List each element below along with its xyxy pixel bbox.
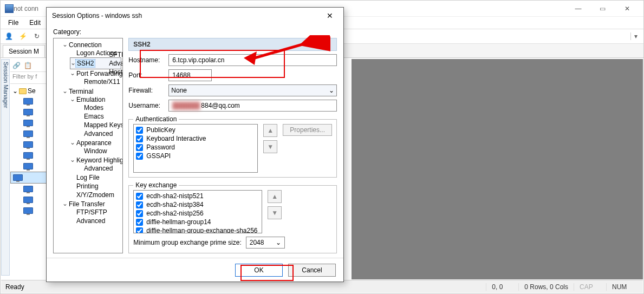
status-ready: Ready [5,283,486,291]
category-tree[interactable]: Connection Logon Actions SSH2 SFTP Sessi… [53,38,123,253]
kex-label: ecdh-sha2-nistp384 [146,201,203,208]
tree-file-transfer[interactable]: File Transfer FTP/SFTP Advanced [62,200,121,226]
list-item[interactable] [10,172,48,184]
move-up-button[interactable]: ▲ [263,124,277,137]
username-suffix: 884@qq.com [201,102,240,109]
dialog-titlebar: Session Options - windows ssh ✕ [47,8,343,24]
tree-modes[interactable]: Modes [77,103,121,112]
profile-icon[interactable]: 👤 [4,31,14,41]
lightning-icon[interactable]: ⚡ [18,31,28,41]
ok-button[interactable]: OK [235,264,283,277]
checkbox[interactable] [136,201,143,208]
kex-item[interactable]: ecdh-sha2-nistp256 [136,209,259,218]
authentication-fieldset: Authentication PublicKey Keyboard Intera… [128,119,337,178]
list-item[interactable] [10,194,48,205]
firewall-label: Firewall: [128,87,165,94]
tree-terminal[interactable]: Terminal Emulation Modes Emacs Mapped Ke… [62,87,121,200]
tree-ssh2[interactable]: SSH2 SFTP Session Advanced Host Key [70,57,121,69]
chevron-down-icon: ⌄ [12,87,18,95]
auth-item[interactable]: PublicKey [136,126,255,134]
kex-list[interactable]: ecdh-sha2-nistp521 ecdh-sha2-nistp384 ec… [133,190,262,233]
checkbox[interactable] [136,193,143,200]
folder-icon [19,88,27,94]
filter-input[interactable]: Filter by f [10,72,48,84]
tree-ft-advanced[interactable]: Advanced [70,217,121,225]
kex-legend: Key exchange [133,181,179,189]
checkbox[interactable] [136,210,143,217]
session-tab[interactable]: Session M [3,45,45,57]
status-num: NUM [606,283,639,291]
move-down-button[interactable]: ▼ [263,140,277,153]
tree-log-file[interactable]: Log File [70,173,121,182]
min-group-select[interactable]: 2048 ⌄ [246,237,285,249]
auth-item[interactable]: Password [136,143,255,152]
move-up-button[interactable]: ▲ [268,190,282,203]
tree-emulation[interactable]: Emulation Modes Emacs Mapped Keys Advanc… [70,95,121,139]
tree-printing[interactable]: Printing [70,182,121,191]
tree-sftp-session[interactable]: SFTP Session [102,50,123,59]
list-item[interactable] [10,150,48,161]
menu-file[interactable]: File [4,18,23,28]
list-item[interactable] [10,107,48,117]
auth-item[interactable]: GSSAPI [136,152,255,160]
menu-edit[interactable]: Edit [25,18,45,28]
tree-connection[interactable]: Connection Logon Actions SSH2 SFTP Sessi… [62,41,121,87]
kex-item[interactable]: diffie-hellman-group14 [136,218,259,226]
tree-xyzmodem[interactable]: X/Y/Zmodem [70,191,121,199]
tree-port-forwarding[interactable]: Port Forwarding Remote/X11 [70,69,121,87]
auth-item[interactable]: Keyboard Interactive [136,134,255,143]
dialog-close-button[interactable]: ✕ [322,11,338,20]
list-item[interactable] [10,161,48,172]
port-row: Port: [128,69,337,81]
kex-label: diffie-hellman-group14 [146,218,211,226]
link-icon[interactable]: 🔗 [12,62,21,69]
tree-emacs[interactable]: Emacs [77,112,121,121]
tree-advanced[interactable]: Advanced [102,59,123,68]
copy-icon[interactable]: 📋 [24,62,32,69]
hostname-input[interactable] [168,54,337,66]
kex-item[interactable]: diffie-hellman-group-exchange-sha256 [136,226,259,233]
maximize-button[interactable]: ▭ [590,1,615,16]
sessions-root-folder[interactable]: ⌄ Se [10,86,48,96]
kex-label: ecdh-sha2-nistp521 [146,192,203,200]
list-item[interactable] [10,128,48,139]
tree-t-advanced[interactable]: Advanced [77,129,121,138]
tree-ftp-sftp[interactable]: FTP/SFTP [70,208,121,217]
checkbox[interactable] [136,135,143,142]
toolbar-dropdown[interactable]: ▾ [630,32,640,40]
tree-kh-advanced[interactable]: Advanced [77,164,121,173]
status-cap: CAP [574,283,606,291]
cancel-button[interactable]: Cancel [288,264,336,277]
firewall-select[interactable]: None ⌄ [168,84,337,96]
tree-remote-x11[interactable]: Remote/X11 [77,77,121,86]
checkbox[interactable] [136,144,143,151]
kex-item[interactable]: ecdh-sha2-nistp384 [136,200,259,209]
tree-window[interactable]: Window [77,147,121,155]
checkbox[interactable] [136,219,143,226]
chevron-down-icon: ⌄ [276,239,281,246]
auth-list[interactable]: PublicKey Keyboard Interactive Password … [133,124,258,173]
username-input[interactable]: ██████ 884@qq.com [168,100,337,112]
minimize-button[interactable]: — [566,1,590,16]
checkbox[interactable] [136,127,143,134]
username-redacted: ██████ [172,102,200,109]
session-manager-strip[interactable]: Session Manager [1,59,10,276]
list-item[interactable] [10,184,48,194]
tree-appearance[interactable]: Appearance Window [70,139,121,156]
port-input[interactable] [168,69,212,81]
list-item[interactable] [10,205,48,216]
properties-button[interactable]: Properties... [283,124,332,136]
tree-keyword-highlighting[interactable]: Keyword Highlighting Advanced [70,156,121,173]
checkbox[interactable] [136,153,143,160]
tree-mapped-keys[interactable]: Mapped Keys [77,121,121,129]
session-icon [23,98,33,104]
close-button[interactable]: ✕ [615,1,639,16]
move-down-button[interactable]: ▼ [268,206,282,219]
auth-legend: Authentication [133,115,179,123]
list-item[interactable] [10,117,48,128]
refresh-icon[interactable]: ↻ [32,31,42,41]
kex-item[interactable]: ecdh-sha2-nistp521 [136,192,259,200]
list-item[interactable] [10,96,48,107]
checkbox[interactable] [136,227,143,234]
list-item[interactable] [10,139,48,150]
